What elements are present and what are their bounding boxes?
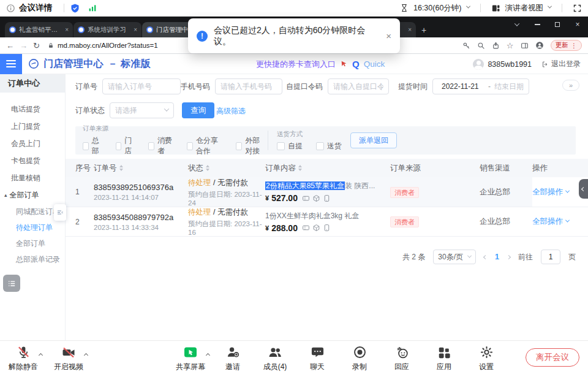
toast-close-icon[interactable]: × bbox=[386, 31, 391, 41]
goto-page-input[interactable] bbox=[541, 250, 560, 264]
checkbox-consumer[interactable]: 消费者 bbox=[148, 135, 173, 156]
checkbox-icon[interactable] bbox=[236, 142, 242, 150]
info-icon[interactable] bbox=[6, 4, 15, 13]
start-date-input[interactable] bbox=[442, 82, 484, 91]
checkbox-icon[interactable] bbox=[116, 142, 122, 150]
chrome-update-button[interactable]: 更新 ⋮ bbox=[551, 40, 582, 51]
col-content[interactable]: 订单内容 bbox=[265, 163, 390, 174]
search-button[interactable]: 查询 bbox=[182, 102, 214, 118]
right-panel-handle[interactable] bbox=[579, 179, 588, 199]
password-key-icon[interactable] bbox=[462, 42, 470, 50]
pickup-code-input[interactable] bbox=[328, 78, 389, 94]
sidebar-item-all-orders[interactable]: ▴ 全部订单 bbox=[0, 186, 65, 204]
phone-input[interactable] bbox=[215, 78, 282, 94]
sidebar-sub-pending-orders[interactable]: 待处理订单 bbox=[0, 219, 65, 235]
sidebar-sub-hq-dispatch[interactable]: 总部派单记录 bbox=[0, 251, 65, 267]
hamburger-menu-button[interactable] bbox=[0, 54, 22, 74]
sidebar-item-door-pickup[interactable]: 上门提货 bbox=[0, 118, 65, 135]
order-status-select[interactable]: 请选择 bbox=[110, 102, 174, 118]
reload-icon[interactable]: ↻ bbox=[33, 42, 40, 50]
view-dropdown-icon[interactable] bbox=[548, 4, 552, 9]
sidebar-item-phone-pickup[interactable]: 电话提货 bbox=[0, 101, 65, 118]
tab-close-icon[interactable]: × bbox=[134, 26, 137, 33]
checkbox-icon[interactable] bbox=[83, 142, 89, 150]
expand-caret-icon[interactable]: ▴ bbox=[4, 192, 7, 198]
browser-tab-1[interactable]: 礼盒营销平台管理中心 × bbox=[5, 22, 73, 37]
floating-list-button[interactable] bbox=[3, 275, 20, 292]
next-page-icon[interactable] bbox=[507, 254, 511, 259]
record-button[interactable]: 录制 bbox=[342, 345, 377, 372]
user-avatar[interactable] bbox=[473, 59, 484, 70]
checkbox-store[interactable]: 门店 bbox=[116, 135, 135, 156]
sidebar-item-batch-verify[interactable]: 批量核销 bbox=[0, 169, 65, 186]
share-icon[interactable] bbox=[492, 42, 500, 50]
timer-dropdown-icon[interactable] bbox=[466, 4, 470, 9]
video-options-expander[interactable] bbox=[85, 350, 88, 359]
checkbox-self-pickup[interactable]: 自提 bbox=[277, 141, 303, 151]
checkbox-external[interactable]: 外部对接 bbox=[236, 135, 266, 156]
window-restore-icon[interactable] bbox=[553, 20, 562, 29]
prev-page-icon[interactable] bbox=[483, 254, 488, 259]
tab-close-icon[interactable]: × bbox=[408, 26, 412, 33]
apps-button[interactable]: 应用 bbox=[427, 345, 461, 372]
window-minimize-icon[interactable] bbox=[533, 20, 541, 29]
settings-button[interactable]: 设置 bbox=[469, 345, 503, 372]
date-range-picker[interactable]: - 结束日期 bbox=[432, 78, 529, 94]
window-menu-icon[interactable] bbox=[513, 20, 521, 29]
order-no-input[interactable] bbox=[102, 78, 181, 94]
browser-tab-2[interactable]: 系统培训学习 × bbox=[74, 22, 141, 37]
leave-meeting-button[interactable]: 离开会议 bbox=[526, 348, 579, 367]
checkbox-icon[interactable] bbox=[316, 142, 324, 150]
security-shield-icon[interactable] bbox=[70, 3, 80, 13]
sort-icon[interactable] bbox=[206, 165, 209, 171]
reactions-button[interactable]: 回应 bbox=[385, 345, 419, 372]
logout-button[interactable]: 退出登录 bbox=[541, 59, 581, 69]
invite-button[interactable]: 邀请 bbox=[216, 345, 250, 372]
table-row[interactable]: 1 83859389251069376a 2023-11-21 14:14:07… bbox=[66, 177, 588, 207]
checkbox-delivery[interactable]: 送货 bbox=[316, 141, 342, 151]
bookmark-star-icon[interactable]: ☆ bbox=[507, 42, 514, 50]
filter-collapse-button[interactable]: » bbox=[562, 80, 579, 91]
checkbox-icon[interactable] bbox=[148, 142, 154, 150]
table-row[interactable]: 2 83859345088979792a 2023-11-13 14:33:34… bbox=[66, 207, 588, 237]
dispatch-return-button[interactable]: 派单退回 bbox=[350, 132, 397, 148]
new-tab-button[interactable]: + bbox=[421, 25, 426, 35]
forward-icon[interactable]: → bbox=[20, 42, 28, 50]
col-status[interactable]: 状态 bbox=[188, 163, 265, 174]
mic-options-expander[interactable] bbox=[39, 350, 42, 359]
share-screen-button[interactable]: 共享屏幕 bbox=[173, 345, 208, 372]
sort-icon[interactable] bbox=[298, 165, 302, 171]
checkbox-hq[interactable]: 总部 bbox=[83, 135, 102, 156]
page-size-select[interactable]: 30条/页 bbox=[433, 250, 476, 264]
sidebar-item-card-pickup[interactable]: 卡包提货 bbox=[0, 152, 65, 169]
sort-icon[interactable] bbox=[119, 165, 123, 171]
zoom-icon[interactable] bbox=[477, 42, 485, 50]
col-order-no[interactable]: 订单号 bbox=[94, 163, 188, 174]
network-signal-icon[interactable] bbox=[88, 3, 97, 13]
start-video-button[interactable]: 开启视频 bbox=[51, 345, 86, 372]
view-mode-label[interactable]: 演讲者视图 bbox=[505, 3, 544, 13]
advanced-filter-link[interactable]: 高级筛选 bbox=[216, 106, 246, 116]
quick-label[interactable]: Quick bbox=[364, 59, 385, 69]
back-icon[interactable]: ← bbox=[6, 42, 14, 50]
quick-entry-text[interactable]: 更快捷的券卡查询入口 bbox=[256, 59, 336, 70]
window-close-icon[interactable]: × bbox=[573, 20, 582, 29]
end-date-placeholder[interactable]: 结束日期 bbox=[494, 82, 524, 92]
members-button[interactable]: 成员(4) bbox=[258, 345, 292, 372]
current-page[interactable]: 1 bbox=[495, 253, 499, 261]
side-panel-icon[interactable] bbox=[521, 42, 529, 50]
tab-close-icon[interactable]: × bbox=[65, 26, 69, 33]
sidebar-collapse-handle[interactable] bbox=[54, 204, 66, 221]
checkbox-icon[interactable] bbox=[277, 142, 285, 150]
share-options-expander[interactable] bbox=[206, 350, 209, 359]
all-actions-dropdown[interactable]: 全部操作 bbox=[532, 187, 569, 197]
unmute-button[interactable]: 解除静音 bbox=[6, 345, 40, 372]
sidebar-item-member-visit[interactable]: 会员上门 bbox=[0, 135, 65, 152]
all-actions-dropdown[interactable]: 全部操作 bbox=[532, 216, 569, 227]
profile-avatar-icon[interactable] bbox=[535, 41, 544, 50]
chat-button[interactable]: 聊天 bbox=[300, 345, 334, 372]
fullscreen-icon[interactable] bbox=[573, 4, 582, 13]
checkbox-icon[interactable] bbox=[187, 142, 193, 150]
kebab-menu-icon[interactable]: ⋮ bbox=[571, 42, 578, 49]
sidebar-sub-all-orders[interactable]: 全部订单 bbox=[0, 235, 65, 251]
